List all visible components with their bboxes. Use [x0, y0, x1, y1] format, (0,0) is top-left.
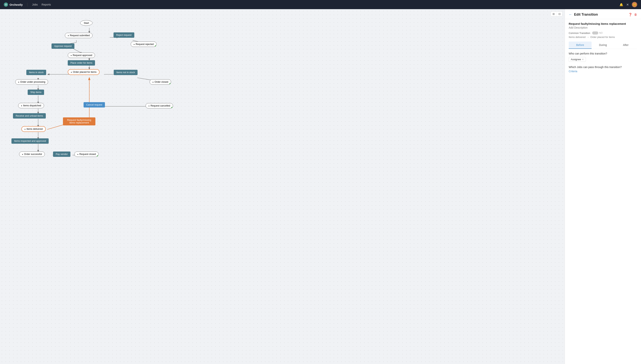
node-cancel-request-label: Cancel request — [84, 102, 105, 108]
nav-reports[interactable]: Reports — [42, 3, 51, 6]
node-request-submitted-label: Request submitted — [65, 33, 93, 38]
node-place-order-label: Place order for items — [68, 60, 95, 66]
common-transition-row: Common Transition NO — [569, 32, 637, 34]
transition-path: Items delivered → Order placed for items — [569, 36, 637, 38]
tabs-row: Before During After — [569, 42, 637, 49]
assignee-tag-label: Assignee — [571, 58, 581, 61]
node-reject-request[interactable]: Reject request — [114, 32, 134, 38]
node-request-closed[interactable]: Request closed◢ — [74, 152, 99, 157]
assignee-tag-remove[interactable]: ✕ — [582, 58, 584, 61]
node-approve-request-label: Approve request — [52, 44, 74, 49]
node-start[interactable]: Start — [80, 20, 93, 26]
brand-name: Orchestly — [10, 3, 23, 6]
node-approve-request[interactable]: Approve request — [52, 44, 74, 49]
node-request-faulty-label: Request faulty/missing items replacement — [63, 118, 95, 126]
back-button[interactable]: ← — [569, 12, 572, 16]
bell-icon[interactable]: 🔔 — [619, 3, 623, 6]
node-order-successful-label: Order successful — [19, 152, 45, 157]
node-items-inspected-label: Items inspected and approved — [12, 138, 49, 144]
canvas-expand[interactable]: ⊞ — [551, 12, 556, 16]
node-receive-unload[interactable]: Receive and unload items — [13, 113, 46, 118]
avatar[interactable]: 🐱 — [632, 2, 637, 7]
node-cancel-request[interactable]: Cancel request — [84, 102, 105, 108]
node-order-under-processing-label: Order under processing — [15, 79, 48, 84]
node-order-placed[interactable]: Order placed for items — [68, 69, 100, 75]
assignee-tag[interactable]: Assignee ✕ — [569, 57, 586, 62]
transition-to: Order placed for items — [590, 36, 615, 38]
node-items-dispatched-label: Items dispatched — [18, 103, 44, 108]
node-items-delivered-label: Items delivered — [21, 126, 46, 132]
node-items-not-in-stock-label: Items not in stock — [114, 70, 138, 75]
nav-jobs[interactable]: Jobs — [32, 3, 38, 6]
node-pay-vendor-label: Pay vendor — [53, 152, 70, 157]
node-items-in-stock[interactable]: Items in stock — [26, 70, 46, 75]
node-items-inspected[interactable]: Items inspected and approved — [12, 138, 49, 144]
node-items-in-stock-label: Items in stock — [26, 70, 46, 75]
transition-info-section: Request faulty/missing items replacement… — [565, 19, 641, 42]
node-order-placed-label: Order placed for items — [68, 69, 100, 75]
node-order-closed-label: Order closed◢ — [150, 79, 171, 84]
brand-icon: O — [4, 2, 8, 7]
flow-canvas[interactable]: ⊞ ⊟ — [0, 9, 565, 364]
node-request-approved[interactable]: Request approved — [68, 52, 95, 58]
toggle-value: NO — [599, 32, 603, 34]
node-request-rejected[interactable]: Request rejected◢ — [131, 42, 157, 47]
node-pay-vendor[interactable]: Pay vendor — [53, 152, 70, 157]
node-order-under-processing[interactable]: Order under processing — [15, 79, 48, 84]
brand-logo[interactable]: O Orchestly — [4, 2, 23, 7]
edit-transition-sidebar: ← Edit Transition ❓ 🗑 Request faulty/mis… — [565, 9, 641, 364]
node-request-approved-label: Request approved — [68, 52, 95, 58]
node-place-order[interactable]: Place order for items — [68, 60, 95, 66]
tab-before[interactable]: Before — [569, 42, 592, 49]
nav-icons: 🔔 ✕ 🐱 — [619, 2, 637, 7]
node-request-submitted[interactable]: Request submitted — [65, 33, 93, 38]
sidebar-title: Edit Transition — [574, 12, 626, 16]
tools-icon[interactable]: ✕ — [626, 3, 629, 6]
sidebar-body: Who can perform this transition? Assigne… — [565, 49, 641, 76]
navbar: O Orchestly Jobs Reports 🔔 ✕ 🐱 — [0, 0, 641, 9]
common-transition-label: Common Transition — [569, 32, 590, 34]
criteria-link[interactable]: Criteria — [569, 70, 637, 73]
node-request-closed-label: Request closed◢ — [74, 152, 99, 157]
node-ship-items[interactable]: Ship items — [28, 90, 44, 95]
transition-from: Items delivered — [569, 36, 585, 38]
node-start-label: Start — [80, 20, 93, 26]
node-items-dispatched[interactable]: Items dispatched — [18, 103, 44, 108]
node-items-delivered[interactable]: Items delivered — [21, 126, 46, 132]
node-request-rejected-label: Request rejected◢ — [131, 42, 157, 47]
tab-during[interactable]: During — [592, 42, 614, 49]
transition-arrow: → — [587, 36, 589, 38]
node-items-not-in-stock[interactable]: Items not in stock — [114, 70, 138, 75]
node-request-cancelled[interactable]: Request cancelled◢ — [146, 103, 173, 108]
node-order-successful[interactable]: Order successful — [19, 152, 45, 157]
common-transition-toggle[interactable]: NO — [592, 32, 603, 34]
nav-links: Jobs Reports — [32, 3, 51, 6]
canvas-collapse[interactable]: ⊟ — [557, 12, 562, 16]
node-receive-unload-label: Receive and unload items — [13, 113, 46, 118]
node-reject-request-label: Reject request — [114, 32, 134, 38]
assignee-container: Assignee ✕ — [569, 57, 637, 62]
sidebar-header: ← Edit Transition ❓ 🗑 — [565, 9, 641, 19]
node-order-closed[interactable]: Order closed◢ — [150, 79, 171, 84]
delete-icon[interactable]: 🗑 — [634, 13, 637, 16]
canvas-controls: ⊞ ⊟ — [551, 12, 562, 16]
node-ship-items-label: Ship items — [28, 90, 44, 95]
node-request-faulty[interactable]: Request faulty/missing items replacement — [63, 118, 95, 126]
add-description-link[interactable]: Add Description — [569, 26, 637, 29]
help-icon[interactable]: ❓ — [628, 13, 632, 16]
toggle-pill — [592, 32, 598, 34]
transition-name: Request faulty/missing items replacement — [569, 22, 637, 25]
which-jobs-label: Which Jobs can pass through this transit… — [569, 66, 637, 68]
main-layout: ⊞ ⊟ — [0, 9, 641, 364]
node-request-cancelled-label: Request cancelled◢ — [146, 103, 173, 108]
tab-after[interactable]: After — [614, 42, 637, 49]
who-perform-label: Who can perform this transition? — [569, 52, 637, 55]
nav-divider — [27, 3, 28, 6]
